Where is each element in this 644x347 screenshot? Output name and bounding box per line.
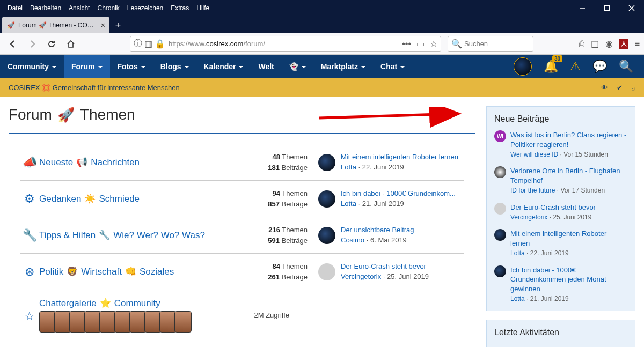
sidebar-heading: Letzte Aktivitäten	[494, 328, 627, 337]
eye-icon[interactable]: 👁	[601, 84, 608, 92]
sidebar-post-item[interactable]: Verlorene Orte in Berlin - Flughafen Tem…	[494, 166, 627, 195]
menu-ansicht[interactable]: Ansicht	[69, 4, 90, 12]
breadcrumb-bar: COSIREX 💢 Gemeinschaft für interessante …	[0, 78, 644, 97]
forum-title[interactable]: Neueste 📢 Nachrichten	[39, 157, 232, 168]
breadcrumb-text[interactable]: COSIREX 💢 Gemeinschaft für interessante …	[9, 84, 180, 92]
forum-last-post[interactable]: Der unsichtbare Beitrag Cosimo · 6. Mai …	[308, 225, 464, 245]
check-icon[interactable]: ✔	[617, 84, 623, 92]
menu-chronik[interactable]: Chronik	[97, 4, 119, 12]
forum-last-post[interactable]: Mit einem intelligenten Roboter lernen L…	[308, 152, 464, 172]
sidebar-post-item[interactable]: Der Euro-Crash steht bevorVercingetorix …	[494, 203, 627, 222]
forum-row[interactable]: 🔧 Tipps & Hilfen 🔧 Wie? Wer? Wo? Was? 21…	[20, 217, 464, 254]
forum-title[interactable]: Chattergalerie ⭐ Community	[39, 298, 214, 309]
window-titlebar: Datei Bearbeiten Ansicht Chronik Lesezei…	[0, 0, 644, 16]
forum-row[interactable]: ⊛ Politik 🦁 Wirtschaft 👊 Soziales 84 The…	[20, 254, 464, 290]
avatar[interactable]	[318, 154, 335, 171]
bell-icon[interactable]: 🔔30	[544, 60, 558, 73]
minimize-button[interactable]	[570, 0, 595, 16]
avatar[interactable]	[494, 166, 506, 178]
forum-stats: 2M Zugriffe	[214, 311, 289, 319]
pdf-icon[interactable]: 人	[619, 39, 628, 49]
forward-button[interactable]	[24, 35, 41, 53]
sidebar-icon[interactable]: ◫	[591, 39, 599, 49]
avatar[interactable]	[494, 229, 506, 241]
avatar[interactable]	[318, 227, 335, 244]
close-button[interactable]	[619, 0, 644, 16]
search-input[interactable]	[464, 40, 530, 48]
maximize-button[interactable]	[595, 0, 619, 16]
nav-blogs[interactable]: Blogs	[153, 55, 196, 78]
svg-line-5	[319, 114, 456, 118]
forum-title[interactable]: Politik 🦁 Wirtschaft 👊 Soziales	[39, 266, 232, 277]
sidebar-post-item[interactable]: Ich bin dabei - 1000€ Grundeinkommen jed…	[494, 265, 627, 304]
menu-extras[interactable]: Extras	[171, 4, 189, 12]
forum-row-gallery[interactable]: ☆ Chattergalerie ⭐ Community 2M Zugriffe	[20, 290, 464, 333]
bullhorn-icon: 📣	[20, 156, 39, 169]
tab-close-icon[interactable]: ×	[101, 21, 105, 29]
tracker-icon[interactable]: ▥	[144, 39, 152, 49]
chat-bubbles-icon[interactable]: 💬	[592, 60, 607, 73]
nav-marktplatz[interactable]: Marktplatz	[313, 55, 373, 78]
sidebar-post-item[interactable]: Mit einem intelligenten Roboter lernenLo…	[494, 229, 627, 257]
reader-icon[interactable]: ▭	[416, 39, 425, 49]
nav-fotos[interactable]: Fotos	[110, 55, 153, 78]
url-bar[interactable]: ⓘ ▥ 🔒 https://www.cosirex.com/forum/ •••…	[130, 36, 441, 52]
svg-rect-1	[605, 6, 610, 11]
more-icon[interactable]: •••	[402, 39, 411, 49]
nav-welt[interactable]: Welt	[251, 55, 281, 78]
nav-chat[interactable]: Chat	[373, 55, 412, 78]
sidebar-post-item[interactable]: WI Was ist los in Berlin? Clans regieren…	[494, 130, 627, 159]
avatar-gallery	[39, 311, 214, 333]
window-menu: Datei Bearbeiten Ansicht Chronik Lesezei…	[0, 4, 209, 12]
avatar[interactable]	[494, 203, 506, 215]
forum-row[interactable]: 📣 Neueste 📢 Nachrichten 48 Themen 181 Be…	[20, 144, 464, 181]
warning-icon[interactable]: ⚠	[570, 60, 581, 73]
forum-row[interactable]: ⚙ Gedanken ☀️ Schmiede 94 Themen 857 Bei…	[20, 181, 464, 217]
search-icon: 🔍	[451, 39, 462, 49]
search-bar[interactable]: 🔍	[448, 36, 533, 52]
sidebar-heading: Neue Beiträge	[494, 114, 627, 124]
star-outline-icon: ☆	[20, 307, 39, 323]
avatar[interactable]: WI	[494, 130, 506, 142]
nav-ghost[interactable]: 👻	[282, 55, 313, 78]
avatar[interactable]	[318, 263, 335, 280]
red-arrow-annotation	[317, 107, 467, 129]
menu-datei[interactable]: Datei	[8, 4, 23, 12]
browser-tab[interactable]: 🚀 Forum 🚀 Themen - COSIREX ×	[2, 17, 109, 33]
rss-icon[interactable]: ⟓	[631, 84, 635, 92]
new-tab-button[interactable]: +	[109, 17, 127, 33]
rocket-icon: 🚀	[57, 107, 75, 123]
lock-icon: 🔒	[155, 39, 165, 49]
back-button[interactable]	[4, 35, 21, 53]
hamburger-menu-icon[interactable]: ≡	[635, 39, 640, 49]
nav-forum[interactable]: Forum	[64, 55, 110, 78]
forum-stats: 84 Themen 261 Beiträge	[232, 261, 308, 282]
forum-title[interactable]: Tipps & Hilfen 🔧 Wie? Wer? Wo? Was?	[39, 230, 232, 241]
forum-title[interactable]: Gedanken ☀️ Schmiede	[39, 193, 232, 204]
avatar[interactable]	[494, 265, 506, 277]
menu-lesezeichen[interactable]: Lesezeichen	[127, 4, 163, 12]
home-button[interactable]	[62, 35, 79, 53]
forum-stats: 48 Themen 181 Beiträge	[232, 152, 308, 173]
forum-category-box: 📣 Neueste 📢 Nachrichten 48 Themen 181 Be…	[9, 133, 475, 333]
nav-kalender[interactable]: Kalender	[196, 55, 251, 78]
wrench-icon: 🔧	[20, 228, 39, 242]
nav-community[interactable]: Community	[0, 55, 64, 78]
library-icon[interactable]: ⎙	[579, 39, 584, 49]
search-nav-icon[interactable]: 🔍	[619, 60, 633, 73]
forum-stats: 94 Themen 857 Beiträge	[232, 188, 308, 209]
avatar-globe-icon[interactable]	[514, 57, 532, 76]
menu-hilfe[interactable]: Hilfe	[196, 4, 209, 12]
bookmark-star-icon[interactable]: ☆	[430, 39, 437, 49]
menu-bearbeiten[interactable]: Bearbeiten	[30, 4, 61, 12]
reload-button[interactable]	[43, 35, 60, 53]
info-icon[interactable]: ⓘ	[134, 38, 142, 49]
notification-badge: 30	[552, 55, 562, 62]
forum-last-post[interactable]: Der Euro-Crash steht bevor Vercingetorix…	[308, 262, 464, 281]
tab-strip: 🚀 Forum 🚀 Themen - COSIREX × +	[0, 16, 644, 33]
forum-last-post[interactable]: Ich bin dabei - 1000€ Grundeinkom... Lot…	[308, 189, 464, 208]
browser-toolbar: ⓘ ▥ 🔒 https://www.cosirex.com/forum/ •••…	[0, 33, 644, 55]
sync-icon[interactable]: ◉	[605, 39, 613, 49]
avatar[interactable]	[318, 190, 335, 208]
sidebar-neue-beitraege: Neue Beiträge WI Was ist los in Berlin? …	[486, 106, 635, 311]
